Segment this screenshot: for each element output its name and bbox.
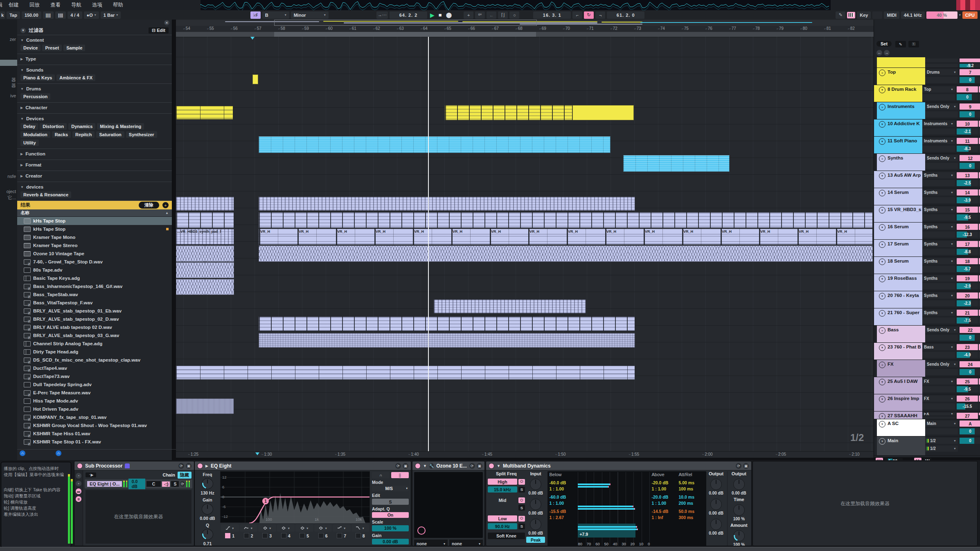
master-output-knob[interactable] [733,479,745,490]
track-volume-field[interactable]: 0 [960,428,980,434]
track-name-cell[interactable]: ▾11 Soft Piano [877,137,922,153]
track-row-14 Serum[interactable]: ▾14 SerumSynths▼14-3.9 [874,188,980,205]
track-number-badge[interactable]: 25 [957,378,978,385]
value[interactable]: 300 ms [678,515,705,521]
track-volume-field[interactable]: -2.9 [957,283,978,289]
link-button-fragment[interactable]: k [0,11,5,19]
auto-select-button[interactable]: ᛫▶ [86,472,96,477]
band-activator-checkbox[interactable] [262,533,268,538]
add-macro-icon[interactable]: + [76,481,81,486]
arrangement-overview[interactable] [176,20,874,26]
punch-position-field[interactable]: 16. 3. 1 [533,11,571,19]
mode-select[interactable]: M/S▾ [372,486,409,491]
loop-start-field[interactable]: 61. 2. 0 [607,11,644,19]
arrangement-position-field[interactable]: 64. 2. 2 [390,11,427,19]
list-item[interactable]: kHs Tape Stop [17,217,172,225]
high-split-freq-field[interactable]: 15.0 kHz [488,486,517,493]
value[interactable]: -14.5 dB [651,508,678,515]
chain-pan-field[interactable]: C [146,481,161,487]
save-preset-icon[interactable]: ▣ [186,463,191,469]
computer-midi-keyboard-icon[interactable] [847,12,855,18]
hide-button[interactable]: 隐藏 [178,472,191,479]
hot-swap-icon[interactable]: ⟳ [469,463,475,469]
value[interactable]: 5.00 ms [678,480,705,486]
edit-filters-button[interactable]: ⊟ Edit [149,27,169,34]
menu-item-edit-fragment[interactable]: 辑 [0,2,3,9]
output-routing-select[interactable]: Main▼ [925,421,958,427]
filter-shape-select[interactable]: ▼ [333,524,351,532]
list-item[interactable]: Kramer Tape Stereo [17,241,172,250]
track-name-cell[interactable]: ▾20 760 - Keyta [877,291,922,308]
filter-section-title[interactable]: ▼Drums [20,85,169,92]
metronome-button[interactable]: ●O▾ [84,11,99,19]
filter-section-title[interactable]: ▶Creator [20,173,169,179]
hot-swap-icon[interactable]: ⟳ [178,463,184,469]
track-name-cell[interactable]: ≡Instruments [877,102,925,119]
track-name-cell[interactable]: ▾13 Au5 AW Arp [877,171,922,188]
group-fold-icon[interactable]: ≡ [879,155,885,162]
band-activator-checkbox[interactable] [244,533,249,538]
mbd-title-bar[interactable]: ▼ Multiband Dynamics ⟳ ▣ [486,461,751,470]
expand-triangle-icon[interactable]: ▶ [205,464,208,468]
track-fold-icon[interactable]: ▾ [879,138,885,145]
track-volume-field[interactable]: -9.5 [957,386,978,392]
track-number-badge[interactable]: 17 [957,241,978,247]
track-name-cell[interactable]: ≡Top [877,68,925,85]
track-number-badge[interactable]: 23 [957,344,978,350]
low-band-button[interactable]: Low [488,515,517,522]
chain-solo-button[interactable]: S [171,481,179,487]
filter-chip-Mixing & Mastering[interactable]: Mixing & Mastering [97,123,144,130]
clip[interactable] [259,212,873,228]
clip[interactable] [176,366,635,380]
add-filter-icon[interactable]: + [162,202,169,208]
chain-list-icon[interactable]: ▬ [76,488,81,494]
punch-out-button[interactable]: ¬ [595,11,605,19]
value[interactable]: 200 ms [678,500,705,506]
value[interactable]: 1 : 1.00 [651,500,678,506]
track-row-11 Soft Piano[interactable]: ▾11 Soft PianoInstruments▼11-8.3 [874,137,980,154]
routing-secondary[interactable]: 1/2▼ [925,445,958,452]
value[interactable]: 50.0 ms [678,508,705,515]
list-item[interactable]: Bass_InharmonicTapestop_146_G#.wav [17,282,172,290]
q-knob[interactable] [202,529,213,540]
sidechain-select-1[interactable]: none▾ [414,540,448,546]
time-knob[interactable] [733,504,745,516]
filter-section-title[interactable]: ▼Devices [20,115,169,122]
quantize-menu[interactable]: 1 Bar▾ [101,11,121,19]
key-map-button[interactable]: Key [857,11,871,19]
track-number-badge[interactable]: 9 [960,103,980,110]
punch-in-button[interactable]: ⌐ [572,11,582,19]
group-fold-icon[interactable]: ≡ [879,70,885,76]
hot-swap-icon[interactable]: ⟳ [395,463,401,469]
track-fold-icon[interactable]: ▾ [879,413,885,419]
track-row-FX[interactable]: ≡FXSends Only▼240 [874,360,980,377]
amount-knob[interactable] [733,530,745,542]
overdub-button[interactable]: º° [475,11,485,19]
list-item[interactable]: KOMPANY_fx_tape_stop_01.wav [17,413,172,421]
track-number-badge[interactable]: 10 [957,121,978,127]
output-routing-select[interactable]: Synths▼ [922,189,955,196]
track-name-cell[interactable]: ▾A SC [877,419,925,436]
track-volume-field[interactable]: -15.5 [957,403,978,409]
draw-mode-button[interactable]: ⌈⌋ [498,11,508,19]
filter-shape-select[interactable]: ▼ [295,524,313,532]
gain-knob[interactable] [202,504,213,515]
track-number-badge[interactable] [960,58,980,62]
save-preset-icon[interactable]: ▣ [743,463,749,469]
track-name-cell[interactable]: ▾8 Drum Rack [877,85,922,102]
track-row-27 SSAAAHH[interactable]: ▾27 SSAAAHHFX▼27 [874,412,980,419]
track-row-Bass[interactable]: ≡BassSends Only▼220 [874,326,980,343]
list-item[interactable]: Bass_VitalTapestop_F.wav [17,299,172,307]
track-row-15 VR_HBD3_s[interactable]: ▾15 VR_HBD3_sSynths▼15-9.5 [874,205,980,223]
chain-row[interactable]: EQ Eight | O... 0.0 dB C ◁) S ⟳ [85,479,192,488]
menu-item-创建[interactable]: 创建 [9,2,19,9]
clip[interactable] [259,197,635,211]
track-name-cell[interactable]: ≡Synths [877,154,925,171]
track-name-cell[interactable]: ▾15 VR_HBD3_s [877,205,922,222]
track-volume-field[interactable]: -5.7 [957,266,978,272]
track-volume-field[interactable]: 0 [960,369,980,375]
high-power-icon[interactable]: ⏻ [518,479,525,485]
clip[interactable] [252,74,258,84]
track-fold-icon[interactable]: ▾ [879,421,885,427]
track-fold-icon[interactable]: ▾ [879,310,885,317]
